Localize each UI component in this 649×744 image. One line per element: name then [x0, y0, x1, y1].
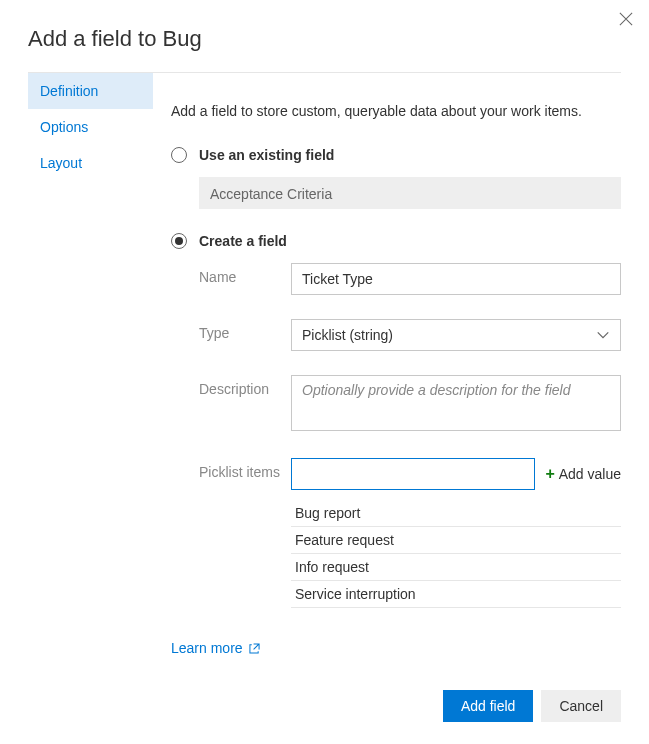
list-item[interactable]: Service interruption	[291, 581, 621, 608]
add-value-button[interactable]: + Add value	[545, 466, 621, 482]
sidebar-item-definition[interactable]: Definition	[28, 73, 153, 109]
name-input[interactable]	[291, 263, 621, 295]
close-icon	[619, 12, 633, 26]
picklist-items: Bug report Feature request Info request …	[291, 500, 621, 608]
chevron-down-icon	[596, 328, 610, 342]
existing-field-group: Acceptance Criteria	[171, 177, 621, 209]
picklist-input-row: + Add value	[291, 458, 621, 490]
sidebar-item-options[interactable]: Options	[28, 109, 153, 145]
description-row: Description	[199, 375, 621, 434]
external-link-icon	[249, 643, 260, 654]
list-item[interactable]: Feature request	[291, 527, 621, 554]
main-panel: Add a field to store custom, queryable d…	[153, 73, 621, 656]
add-field-dialog: Add a field to Bug Definition Options La…	[0, 0, 649, 744]
list-item[interactable]: Info request	[291, 554, 621, 581]
existing-field-radio[interactable]	[171, 147, 187, 163]
type-select-value: Picklist (string)	[302, 327, 393, 343]
existing-field-radio-row: Use an existing field	[171, 147, 621, 163]
existing-field-value: Acceptance Criteria	[199, 177, 621, 209]
create-field-radio-label: Create a field	[199, 233, 287, 249]
sidebar: Definition Options Layout	[28, 73, 153, 656]
learn-more-label: Learn more	[171, 640, 243, 656]
create-field-radio[interactable]	[171, 233, 187, 249]
picklist-input[interactable]	[291, 458, 535, 490]
list-item[interactable]: Bug report	[291, 500, 621, 527]
add-value-label: Add value	[559, 466, 621, 482]
picklist-row: Picklist items + Add value Bug report Fe…	[199, 458, 621, 608]
name-label: Name	[199, 263, 291, 295]
picklist-label: Picklist items	[199, 458, 291, 608]
sidebar-item-layout[interactable]: Layout	[28, 145, 153, 181]
dialog-title: Add a field to Bug	[0, 0, 649, 72]
existing-field-radio-label: Use an existing field	[199, 147, 334, 163]
dialog-body: Definition Options Layout Add a field to…	[0, 73, 649, 656]
type-select[interactable]: Picklist (string)	[291, 319, 621, 351]
plus-icon: +	[545, 466, 554, 482]
description-input[interactable]	[291, 375, 621, 431]
type-row: Type Picklist (string)	[199, 319, 621, 351]
name-row: Name	[199, 263, 621, 295]
add-field-button[interactable]: Add field	[443, 690, 533, 722]
type-label: Type	[199, 319, 291, 351]
dialog-footer: Add field Cancel	[443, 690, 621, 722]
create-field-radio-row: Create a field	[171, 233, 621, 249]
cancel-button[interactable]: Cancel	[541, 690, 621, 722]
create-field-group: Name Type Picklist (string) De	[171, 263, 621, 608]
learn-more-link[interactable]: Learn more	[171, 640, 260, 656]
intro-text: Add a field to store custom, queryable d…	[171, 103, 621, 119]
close-button[interactable]	[619, 12, 635, 28]
description-label: Description	[199, 375, 291, 434]
